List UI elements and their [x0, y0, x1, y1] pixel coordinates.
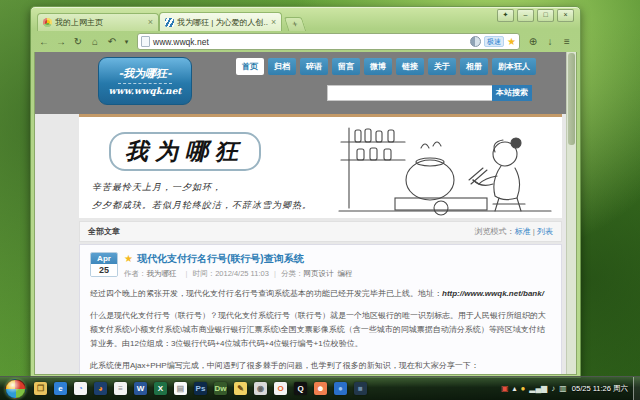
paragraph-text: 经过四个晚上的紧张开发，现代化支付行名行号查询系统基本的功能已经开发完毕并已上线…	[90, 289, 442, 298]
view-mode: 浏览模式：标准 | 列表	[474, 226, 553, 237]
tray-hidden-icons-icon[interactable]: ▴	[512, 385, 516, 393]
show-desktop-button[interactable]	[633, 377, 640, 400]
author-label: 作者：	[124, 269, 147, 278]
article-card: Apr 25 ★ 现代化支付行名行号(联行号)查询系统 作者：我为哪狂 | 时间…	[79, 244, 562, 375]
speed-mode-badge[interactable]: 极速	[484, 36, 504, 47]
site-header: -我为哪狂- www.wwqk.net 首页归档碎语留言微博链接关于相册剧本狂人…	[35, 52, 576, 114]
view-mode-list-link[interactable]: 列表	[537, 227, 553, 236]
taskbar-qq-icon[interactable]: Q	[294, 382, 307, 395]
taskbar-photoshop-icon[interactable]: Ps	[194, 382, 207, 395]
maximize-button[interactable]: □	[537, 9, 554, 22]
taskbar-firefox-icon[interactable]: ◕	[94, 382, 107, 395]
article-month: Apr	[91, 253, 117, 264]
article-date-badge: Apr 25	[90, 252, 118, 277]
bank-system-link[interactable]: http://www.wwqk.net/bank/	[442, 289, 544, 298]
tray-network-icon[interactable]: ▂▄▆	[529, 385, 547, 393]
article-paragraph-1: 经过四个晚上的紧张开发，现代化支付行名行号查询系统基本的功能已经开发完毕并已上线…	[90, 287, 551, 301]
taskbar-app-icon[interactable]: ■	[354, 382, 367, 395]
scrollbar-thumb[interactable]	[568, 53, 575, 145]
site-nav: 首页归档碎语留言微博链接关于相册剧本狂人	[236, 58, 536, 75]
nav-item-suiyu[interactable]: 碎语	[300, 58, 328, 75]
list-title: 全部文章	[88, 226, 120, 237]
tab-close-icon[interactable]: ×	[271, 18, 276, 27]
reload-icon[interactable]: ↻	[71, 35, 85, 49]
browser-window: 我的上网主页 × 我为哪狂 | 为心爱的人创.. × + ✦ – □ × ← →…	[30, 6, 581, 378]
banner-poem-line2: 夕夕都成玦。若似月轮终皎洁，不辞冰雪为卿热。	[92, 199, 312, 212]
site-search-input[interactable]	[327, 85, 493, 101]
taskbar-360-icon[interactable]: ●	[334, 382, 347, 395]
article-title-link[interactable]: 现代化支付行名行号(联行号)查询系统	[137, 252, 304, 266]
nav-item-guestbook[interactable]: 留言	[332, 58, 360, 75]
nav-item-weibo[interactable]: 微博	[364, 58, 392, 75]
undo-icon[interactable]: ↶	[105, 35, 119, 49]
view-mode-standard-link[interactable]: 标准	[514, 227, 530, 236]
view-mode-separator: |	[533, 227, 535, 236]
tray-volume-icon[interactable]: ♪	[551, 385, 555, 393]
home-icon[interactable]: ⌂	[88, 35, 102, 49]
taskbar-document-icon[interactable]: ▤	[174, 382, 187, 395]
nav-item-script-fan[interactable]: 剧本狂人	[492, 58, 536, 75]
nav-item-home[interactable]: 首页	[236, 58, 264, 75]
nav-item-about[interactable]: 关于	[428, 58, 456, 75]
new-tab-button[interactable]: +	[284, 17, 307, 31]
category-link[interactable]: 编程	[337, 269, 352, 278]
category-link[interactable]: 网页设计	[303, 269, 333, 278]
tray-security-icon[interactable]: ●	[520, 385, 525, 393]
close-button[interactable]: ×	[557, 9, 574, 22]
back-icon[interactable]: ←	[37, 35, 51, 49]
site-logo[interactable]: -我为哪狂- www.wwqk.net	[98, 57, 192, 105]
tab-title: 我的上网主页	[55, 17, 145, 28]
article-meta: 作者：我为哪狂 | 时间：2012/4/25 11:03 | 分类：网页设计编程	[124, 269, 551, 279]
site-logo-title: -我为哪狂-	[118, 66, 171, 84]
taskbar-explorer-icon[interactable]: ❐	[34, 382, 47, 395]
tab-home[interactable]: 我的上网主页 ×	[37, 13, 159, 31]
globe-icon[interactable]: ⊕	[526, 35, 540, 49]
tab-wwqk[interactable]: 我为哪狂 | 为心爱的人创.. ×	[159, 12, 282, 31]
taskbar-editor-icon[interactable]: ✎	[234, 382, 247, 395]
tray-tray-app-icon[interactable]: ▣	[501, 385, 509, 393]
taskbar-word-icon[interactable]: W	[134, 382, 147, 395]
tab-title: 我为哪狂 | 为心爱的人创..	[177, 17, 268, 28]
banner-poem-line1: 辛苦最怜天上月，一夕如环，	[92, 181, 222, 194]
page-container: 我为哪狂 辛苦最怜天上月，一夕如环， 夕夕都成玦。若似月轮终皎洁，不辞冰雪为卿热…	[79, 114, 562, 375]
taskbar-notepad-icon[interactable]: ≡	[114, 382, 127, 395]
taskbar-opera-icon[interactable]: O	[274, 382, 287, 395]
view-mode-label: 浏览模式：	[474, 227, 514, 236]
nav-item-links[interactable]: 链接	[396, 58, 424, 75]
bookmark-star-icon[interactable]: ★	[507, 37, 516, 47]
scrollbar[interactable]	[566, 52, 576, 374]
chevron-down-icon[interactable]: ▾	[122, 35, 131, 49]
article-title-row: ★ 现代化支付行名行号(联行号)查询系统	[124, 252, 551, 266]
forward-icon[interactable]: →	[54, 35, 68, 49]
start-button[interactable]	[5, 379, 26, 399]
taskbar-excel-icon[interactable]: X	[154, 382, 167, 395]
download-icon[interactable]: ↓	[543, 35, 557, 49]
taskbar-internet-explorer-icon[interactable]: e	[54, 382, 67, 395]
taskbar-fetion-icon[interactable]: ☻	[314, 382, 327, 395]
address-bar[interactable]: www.wwqk.net 极速 ★	[137, 33, 520, 50]
site-search-button[interactable]: 本站搜索	[492, 85, 532, 101]
nav-item-album[interactable]: 相册	[460, 58, 488, 75]
article-list-bar: 全部文章 浏览模式：标准 | 列表	[79, 221, 562, 242]
taskbar-chrome-icon[interactable]: ◔	[74, 382, 87, 395]
skin-icon[interactable]: ✦	[497, 9, 514, 22]
homepage-favicon-icon	[43, 18, 52, 27]
category-label: 分类：	[281, 269, 304, 278]
taskbar-media-player-icon[interactable]: ◉	[254, 382, 267, 395]
tab-close-icon[interactable]: ×	[148, 18, 153, 27]
taskbar: ❐e◔◕≡WX▤PsDw✎◉OQ☻●■ ▣▴●▂▄▆♪▥ 05/25 11:26…	[0, 376, 640, 400]
browser-mode-icon[interactable]	[470, 36, 481, 47]
page-viewport: -我为哪狂- www.wwqk.net 首页归档碎语留言微博链接关于相册剧本狂人…	[34, 52, 577, 375]
minimize-button[interactable]: –	[517, 9, 534, 22]
taskbar-dreamweaver-icon[interactable]: Dw	[214, 382, 227, 395]
tray-input-method-icon[interactable]: ▥	[559, 385, 567, 393]
nav-item-archive[interactable]: 归档	[268, 58, 296, 75]
system-tray: ▣▴●▂▄▆♪▥	[501, 385, 567, 393]
article-star-icon: ★	[124, 254, 133, 264]
url-text[interactable]: www.wwqk.net	[153, 37, 467, 47]
tab-strip: 我的上网主页 × 我为哪狂 | 为心爱的人创.. × + ✦ – □ ×	[31, 7, 580, 31]
menu-icon[interactable]: ≡	[560, 35, 574, 49]
taskbar-clock[interactable]: 05/25 11:26 周六	[572, 384, 628, 394]
author-link[interactable]: 我为哪狂	[147, 269, 177, 278]
article-paragraph-3: 此系统使用Ajax+PHP编写完成，中间遇到了很多棘手的问题，也学到了很多的新知…	[90, 359, 551, 373]
